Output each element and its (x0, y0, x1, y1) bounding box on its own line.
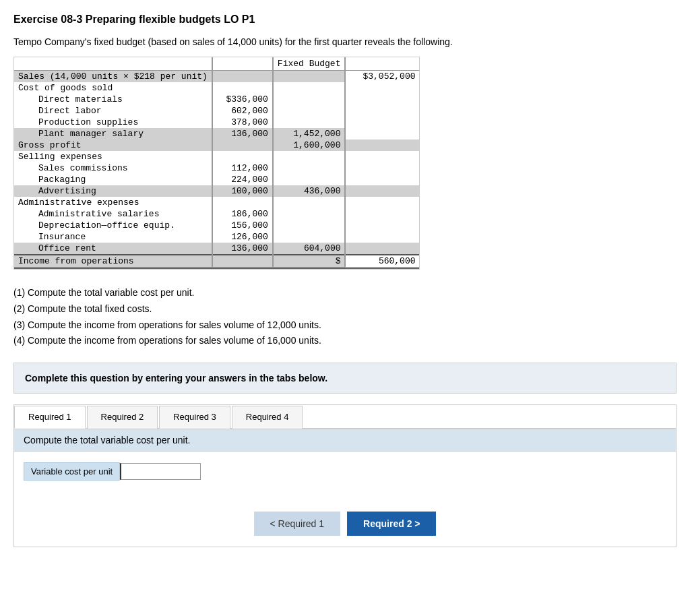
row-col2 (273, 82, 346, 94)
row-col3 (345, 220, 419, 231)
row-label: Advertising (14, 185, 212, 197)
row-label: Sales commissions (14, 162, 212, 174)
vcost-label: Variable cost per unit (24, 462, 120, 481)
table-row: Sales (14,000 units × $218 per unit) $3,… (14, 71, 419, 83)
row-col2 (273, 105, 346, 117)
row-label: Plant manager salary (14, 128, 212, 140)
row-col3 (345, 231, 419, 243)
row-col1 (212, 140, 273, 151)
row-col1: 224,000 (212, 174, 273, 185)
row-col3 (345, 185, 419, 197)
row-label: Direct materials (14, 94, 212, 105)
tab-required-1[interactable]: Required 1 (14, 406, 86, 429)
table-row: Cost of goods sold (14, 82, 419, 94)
row-col2 (273, 220, 346, 231)
table-row: Production supplies 378,000 (14, 117, 419, 128)
row-col1 (212, 82, 273, 94)
row-col3 (345, 117, 419, 128)
instructions-section: (1) Compute the total variable cost per … (13, 285, 677, 349)
tabs-row: Required 1 Required 2 Required 3 Require… (14, 405, 676, 429)
table-row: Insurance 126,000 (14, 231, 419, 243)
header-empty3 (345, 57, 419, 71)
table-row: Sales commissions 112,000 (14, 162, 419, 174)
row-label: Administrative salaries (14, 208, 212, 220)
row-label: Direct labor (14, 105, 212, 117)
tab-required-4[interactable]: Required 4 (232, 406, 303, 429)
row-col3 (345, 174, 419, 185)
complete-section: Complete this question by entering your … (13, 363, 677, 394)
row-col2 (273, 94, 346, 105)
row-col3: 560,000 (345, 255, 419, 268)
row-col3 (345, 94, 419, 105)
row-col2 (273, 117, 346, 128)
row-col1: 126,000 (212, 231, 273, 243)
row-label: Selling expenses (14, 151, 212, 162)
row-label: Production supplies (14, 117, 212, 128)
table-row: Direct labor 602,000 (14, 105, 419, 117)
description: Tempo Company's fixed budget (based on s… (13, 36, 677, 47)
table-row: Advertising 100,000 436,000 (14, 185, 419, 197)
table-row: Selling expenses (14, 151, 419, 162)
row-col3 (345, 197, 419, 208)
row-col1: 156,000 (212, 220, 273, 231)
row-col3 (345, 151, 419, 162)
row-col1: 136,000 (212, 128, 273, 140)
row-label: Sales (14,000 units × $218 per unit) (14, 71, 212, 83)
row-col3 (345, 243, 419, 255)
row-col2 (273, 208, 346, 220)
row-col2 (273, 174, 346, 185)
tab-required-2[interactable]: Required 2 (87, 406, 158, 429)
row-label: Administrative expenses (14, 197, 212, 208)
row-col1: 186,000 (212, 208, 273, 220)
row-col3 (345, 162, 419, 174)
row-col1 (212, 71, 273, 83)
header-empty2 (212, 57, 273, 71)
row-label: Packaging (14, 174, 212, 185)
row-col1: 602,000 (212, 105, 273, 117)
instruction-2: (2) Compute the total fixed costs. (13, 301, 677, 317)
row-col3 (345, 208, 419, 220)
header-fixed-budget: Fixed Budget (273, 57, 346, 71)
budget-table-wrapper: Fixed Budget Sales (14,000 units × $218 … (13, 57, 420, 270)
row-col3: $3,052,000 (345, 71, 419, 83)
tab-content: Compute the total variable cost per unit… (14, 429, 676, 547)
page-title: Exercise 08-3 Preparing flexible budgets… (13, 13, 677, 26)
table-row: Office rent 136,000 604,000 (14, 243, 419, 255)
budget-table: Fixed Budget Sales (14,000 units × $218 … (14, 57, 419, 269)
row-col2 (273, 151, 346, 162)
row-label: Insurance (14, 231, 212, 243)
row-label: Depreciation—office equip. (14, 220, 212, 231)
table-row: Administrative expenses (14, 197, 419, 208)
row-col1: 112,000 (212, 162, 273, 174)
row-col1 (212, 255, 273, 268)
instruction-3: (3) Compute the income from operations f… (13, 317, 677, 334)
tabs-container: Required 1 Required 2 Required 3 Require… (13, 404, 677, 547)
row-label: Income from operations (14, 255, 212, 268)
row-col3 (345, 105, 419, 117)
row-col1 (212, 197, 273, 208)
instruction-4: (4) Compute the income from operations f… (13, 333, 677, 349)
table-row: Income from operations $ 560,000 (14, 255, 419, 268)
prev-button[interactable]: < Required 1 (254, 512, 341, 536)
row-col2: 1,600,000 (273, 140, 346, 151)
header-empty (14, 57, 212, 71)
table-row: Administrative salaries 186,000 (14, 208, 419, 220)
row-col2 (273, 71, 346, 83)
row-col2: 604,000 (273, 243, 346, 255)
row-col1 (212, 151, 273, 162)
row-col1: 100,000 (212, 185, 273, 197)
row-col2: $ (273, 255, 346, 268)
row-col1: $336,000 (212, 94, 273, 105)
tab-instruction: Compute the total variable cost per unit… (14, 429, 676, 452)
row-label: Cost of goods sold (14, 82, 212, 94)
row-label: Gross profit (14, 140, 212, 151)
nav-buttons: < Required 1 Required 2 > (14, 505, 676, 547)
row-col2: 436,000 (273, 185, 346, 197)
tab-required-3[interactable]: Required 3 (159, 406, 230, 429)
table-row: Depreciation—office equip. 156,000 (14, 220, 419, 231)
vcost-input[interactable] (120, 463, 201, 480)
row-col3 (345, 140, 419, 151)
next-button[interactable]: Required 2 > (347, 512, 436, 536)
row-col3 (345, 128, 419, 140)
tab-body: Variable cost per unit (14, 452, 676, 505)
